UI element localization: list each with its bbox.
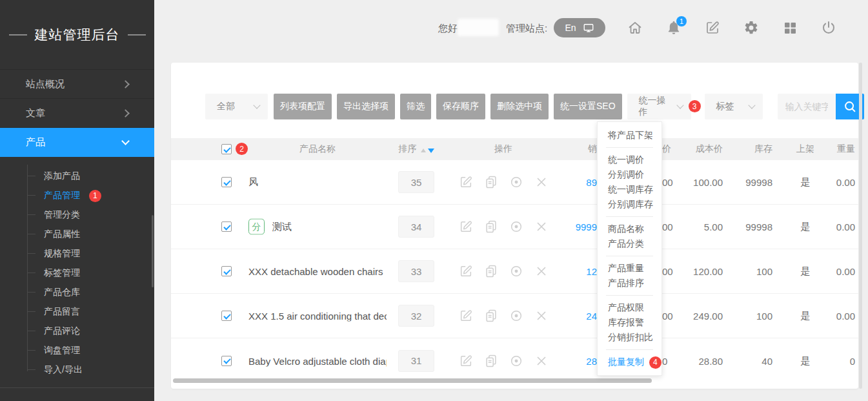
row-checkbox[interactable] [221,266,232,276]
sidebar-subitem-product-message[interactable]: 产品留言 [0,302,154,321]
language-site-switch[interactable]: En [554,18,605,37]
select-all-checkbox[interactable] [221,144,232,154]
sidebar-item-label: 站点概况 [26,78,65,90]
copy-icon[interactable] [484,354,498,368]
logo-dash-right [128,34,146,36]
price-value: 0 [662,355,667,366]
view-icon[interactable] [509,309,523,323]
sort-input[interactable]: 31 [398,350,434,372]
sort-input[interactable]: 34 [398,216,434,238]
batch-menu-item-off-shelf[interactable]: 将产品下架 [598,128,661,143]
sidebar-item-site-overview[interactable]: 站点概况 [0,70,154,99]
edit-icon[interactable] [704,19,721,36]
view-icon[interactable] [509,354,523,368]
batch-menu-item-label: 产品权限 [608,302,644,313]
sidebar-subitem-product-manage[interactable]: 产品管理 1 [0,185,154,205]
sales-link[interactable]: 9999 [532,221,597,232]
sales-link[interactable]: 24 [532,311,597,322]
copy-icon[interactable] [484,264,498,278]
sort-input[interactable]: 32 [398,305,434,327]
sort-input[interactable]: 35 [398,171,434,193]
filter-all-dropdown[interactable]: 全部 [205,94,268,119]
sidebar-subitem-label: 询盘管理 [44,345,80,355]
batch-menu-item-distribution-discount[interactable]: 分销折扣比 [598,330,661,345]
copy-icon[interactable] [484,220,498,234]
toolbar-button-filter[interactable]: 筛选 [400,94,431,119]
batch-menu-item-batch-copy[interactable]: 批量复制 4 [598,355,661,369]
horizontal-scrollbar[interactable] [173,378,652,383]
row-checkbox[interactable] [221,356,232,366]
sidebar-subitem-label: 导入/导出 [44,364,83,375]
sort-input[interactable]: 33 [398,260,434,282]
sidebar-item-products[interactable]: 产品 [0,128,154,157]
batch-menu-item-product-permission[interactable]: 产品权限 [598,300,661,315]
edit-icon[interactable] [459,354,473,368]
sidebar-item-articles[interactable]: 文章 [0,99,154,128]
product-name: 风 [248,176,258,189]
monitor-icon [583,22,594,34]
toolbar-button-batch-seo[interactable]: 统一设置SEO [554,94,622,119]
edit-icon[interactable] [459,175,473,189]
view-icon[interactable] [509,220,523,234]
batch-menu-item-product-weight[interactable]: 产品重量 [598,261,661,276]
sidebar-subitem-spec-manage[interactable]: 规格管理 [0,243,154,263]
power-icon[interactable] [820,19,837,36]
sort-desc-icon[interactable] [428,149,434,153]
sidebar-subitem-add-product[interactable]: 添加产品 [0,166,154,185]
batch-menu-item-product-sort[interactable]: 产品排序 [598,276,661,291]
batch-operation-dropdown[interactable]: 统一操作 3 [627,94,691,119]
edit-icon[interactable] [459,220,473,234]
toolbar-button-save-order[interactable]: 保存顺序 [436,94,485,119]
copy-icon[interactable] [484,175,498,189]
sidebar-subitem-product-attrs[interactable]: 产品属性 [0,224,154,243]
sidebar-subitem-tag-manage[interactable]: 标签管理 [0,263,154,282]
toolbar-button-delete-selected[interactable]: 删除选中项 [490,94,549,119]
stock-value: 100 [721,266,772,277]
sort-cell: 33 [387,260,445,282]
batch-menu-item-product-category[interactable]: 产品分类 [598,236,661,251]
sort-asc-icon[interactable] [421,149,426,152]
view-icon[interactable] [509,175,523,189]
grid-icon[interactable] [782,19,798,36]
sidebar-subitem-inquiry-manage[interactable]: 询盘管理 [0,340,154,360]
vertical-scrollbar[interactable] [859,63,862,389]
row-checkbox[interactable] [221,177,232,187]
row-checkbox[interactable] [221,221,232,232]
header-icon-bar: 1 [627,19,837,36]
batch-menu-item-price-batch[interactable]: 统一调价 [598,152,661,167]
sales-link[interactable]: 28 [532,355,597,366]
sidebar-subitem-import-export[interactable]: 导入/导出 [0,360,154,379]
column-cost: 成本价 [671,143,723,155]
stock-value: 100 [721,311,772,322]
sidebar-scrollbar[interactable] [152,215,154,287]
gear-icon[interactable] [743,19,760,36]
product-name-cell: 风 [248,176,387,189]
batch-menu-item-stock-each[interactable]: 分别调库存 [598,197,661,212]
weight-value: 0 [810,355,855,366]
search-input[interactable] [778,94,836,119]
step-badge-4: 4 [649,356,661,369]
sidebar-subitem-product-warehouse[interactable]: 产品仓库 [0,282,154,302]
sidebar-divider [0,387,154,388]
sales-link[interactable]: 89 [532,177,597,188]
batch-menu-item-stock-alert[interactable]: 库存报警 [598,315,661,330]
toolbar-button-list-config[interactable]: 列表项配置 [274,94,332,119]
sidebar-subitem-label: 产品管理 [44,190,80,200]
table-row: XXX detachable wooden chairs 33 [171,249,858,294]
sidebar-subitem-category-manage[interactable]: 管理分类 [0,205,154,224]
product-name: Baby Velcro adjustable cloth diap [248,355,387,366]
toolbar-button-export-selected[interactable]: 导出选择项 [337,94,395,119]
row-checkbox[interactable] [221,311,232,321]
batch-menu-item-price-each[interactable]: 分别调价 [598,167,661,182]
bell-icon[interactable]: 1 [665,19,682,36]
home-icon[interactable] [627,19,643,36]
batch-menu-item-stock-batch[interactable]: 统一调库存 [598,182,661,197]
batch-menu-item-product-title[interactable]: 商品名称 [598,221,661,236]
view-icon[interactable] [509,264,523,278]
tag-dropdown[interactable]: 标签 [705,94,763,119]
sidebar-subitem-product-comment[interactable]: 产品评论 [0,321,154,340]
edit-icon[interactable] [459,309,473,323]
edit-icon[interactable] [459,264,473,278]
copy-icon[interactable] [484,309,498,323]
sales-link[interactable]: 12 [532,266,597,277]
